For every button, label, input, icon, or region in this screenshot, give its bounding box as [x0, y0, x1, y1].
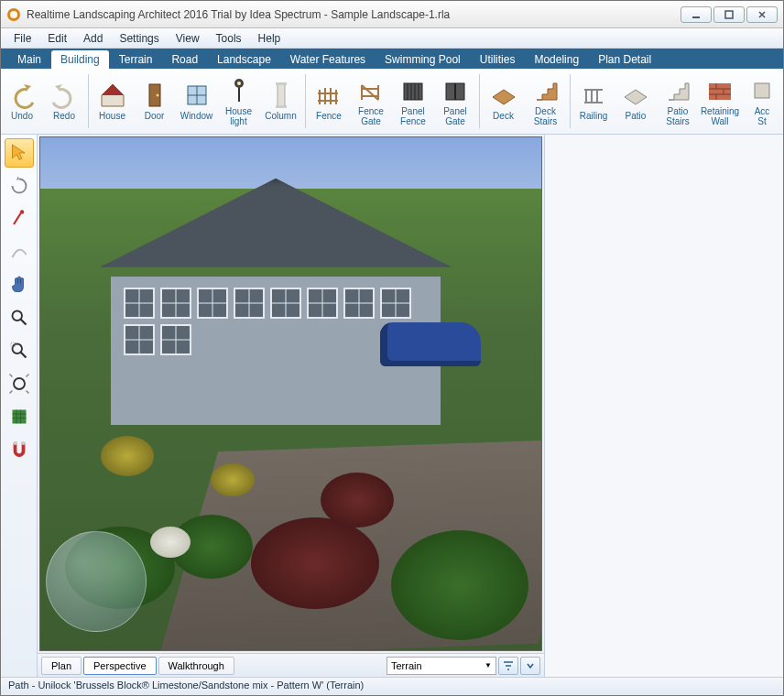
panel-gate-button[interactable]: Panel Gate: [434, 69, 476, 134]
snap-tool[interactable]: [5, 435, 34, 464]
deck-icon: [489, 81, 518, 110]
menubar: FileEditAddSettingsViewToolsHelp: [1, 28, 783, 49]
titlebar: Realtime Landscaping Architect 2016 Tria…: [1, 1, 783, 28]
menu-tools[interactable]: Tools: [209, 30, 249, 47]
menu-view[interactable]: View: [169, 30, 207, 47]
ribbon-tab-modeling[interactable]: Modeling: [525, 50, 588, 69]
ribbon-tab-main[interactable]: Main: [8, 50, 50, 69]
redo-button[interactable]: Redo: [43, 69, 85, 134]
tool-label: Deck Stairs: [534, 107, 558, 126]
ribbon-tab-utilities[interactable]: Utilities: [471, 50, 525, 69]
grid-tool[interactable]: [5, 402, 34, 431]
window-button[interactable]: Window: [176, 69, 218, 134]
house-button[interactable]: House: [92, 69, 134, 134]
svg-point-1: [10, 11, 17, 18]
zoom-tool[interactable]: [5, 303, 34, 332]
zoom-extents-tool[interactable]: [5, 369, 34, 398]
ribbon-tab-building[interactable]: Building: [51, 50, 109, 69]
curve-tool[interactable]: [5, 237, 34, 266]
collapse-button[interactable]: [520, 657, 540, 675]
window-model: [197, 288, 228, 319]
tool-label: House: [99, 112, 125, 122]
svg-rect-22: [12, 410, 26, 424]
orbit-tool[interactable]: [5, 171, 34, 201]
fence-icon: [314, 81, 343, 110]
menu-edit[interactable]: Edit: [40, 30, 74, 47]
layer-select[interactable]: Terrain ▼: [387, 657, 496, 675]
ribbon-tab-swimming-pool[interactable]: Swimming Pool: [376, 50, 470, 69]
deck-stairs-button[interactable]: Deck Stairs: [525, 69, 567, 134]
patio-stairs-button[interactable]: Patio Stairs: [657, 69, 699, 134]
window-model: [307, 288, 338, 319]
close-button[interactable]: [746, 6, 778, 23]
ribbon-toolbar: UndoRedoHouseDoorWindowHouse lightColumn…: [1, 69, 783, 135]
status-bar: Path - Unilock 'Brussels Block® Limeston…: [1, 677, 783, 695]
filter-button[interactable]: [498, 657, 518, 675]
svg-rect-16: [755, 83, 769, 98]
column-button[interactable]: Column: [260, 69, 302, 134]
navigation-orb[interactable]: [46, 531, 147, 632]
view-tab-perspective[interactable]: Perspective: [83, 657, 156, 675]
view-tabs: PlanPerspectiveWalkthrough: [41, 657, 234, 675]
window-model: [124, 324, 155, 355]
pan-tool[interactable]: [5, 270, 34, 299]
railing-button[interactable]: Railing: [572, 69, 615, 134]
tool-label: Panel Gate: [443, 107, 467, 126]
ribbon-tab-terrain[interactable]: Terrain: [110, 50, 162, 69]
window-title: Realtime Landscaping Architect 2016 Tria…: [27, 8, 681, 21]
fence-gate-button[interactable]: Fence Gate: [350, 69, 392, 134]
panel-fence-button[interactable]: Panel Fence: [392, 69, 434, 134]
properties-panel: [545, 135, 783, 677]
tool-label: Railing: [580, 112, 608, 122]
view-tab-plan[interactable]: Plan: [41, 657, 82, 675]
tool-label: Fence Gate: [358, 107, 384, 126]
window-icon: [182, 81, 212, 110]
select-tool[interactable]: [5, 138, 34, 168]
chevron-down-icon: ▼: [485, 661, 492, 669]
patio-icon: [621, 81, 650, 110]
minimize-button[interactable]: [681, 6, 712, 23]
house-icon: [98, 81, 127, 110]
viewport-bottom-bar: PlanPerspectiveWalkthrough Terrain ▼: [38, 653, 544, 677]
ribbon-tab-landscape[interactable]: Landscape: [208, 50, 280, 69]
svg-point-5: [156, 94, 158, 97]
maximize-button[interactable]: [713, 6, 745, 23]
shrub: [101, 436, 154, 476]
svg-rect-3: [725, 11, 733, 18]
deck-button[interactable]: Deck: [483, 69, 525, 134]
ribbon-tab-plan-detail[interactable]: Plan Detail: [589, 50, 660, 69]
door-icon: [140, 81, 169, 110]
menu-help[interactable]: Help: [251, 30, 289, 47]
tool-label: Acc St: [755, 107, 770, 126]
svg-rect-2: [692, 16, 700, 18]
fence-button[interactable]: Fence: [308, 69, 350, 134]
window-model: [160, 324, 191, 355]
window-controls: [681, 6, 778, 23]
svg-rect-15: [709, 83, 731, 100]
ribbon-tab-road[interactable]: Road: [162, 50, 207, 69]
accessory-button[interactable]: Acc St: [741, 69, 783, 134]
status-text: Path - Unilock 'Brussels Block® Limeston…: [8, 680, 364, 691]
shrub: [211, 463, 255, 496]
tool-label: Panel Fence: [400, 107, 426, 126]
move-point-tool[interactable]: [5, 204, 34, 234]
undo-icon: [7, 81, 37, 110]
ribbon-tab-water-features[interactable]: Water Features: [281, 50, 375, 69]
tool-label: House light: [225, 107, 252, 126]
deck-stairs-icon: [531, 76, 561, 105]
lamp-button[interactable]: House light: [218, 69, 260, 134]
svg-point-9: [237, 82, 241, 85]
door-button[interactable]: Door: [134, 69, 176, 134]
undo-button[interactable]: Undo: [1, 69, 43, 134]
shrub: [251, 517, 379, 609]
menu-file[interactable]: File: [6, 30, 38, 47]
wall-button[interactable]: Retaining Wall: [699, 69, 741, 134]
view-tab-walkthrough[interactable]: Walkthrough: [158, 657, 234, 675]
lamp-icon: [224, 76, 254, 105]
panel-gate-icon: [441, 76, 470, 105]
zoom-selection-tool[interactable]: [5, 336, 34, 365]
patio-button[interactable]: Patio: [615, 69, 657, 134]
menu-settings[interactable]: Settings: [112, 30, 166, 47]
3d-viewport[interactable]: [39, 136, 542, 651]
menu-add[interactable]: Add: [76, 30, 110, 47]
